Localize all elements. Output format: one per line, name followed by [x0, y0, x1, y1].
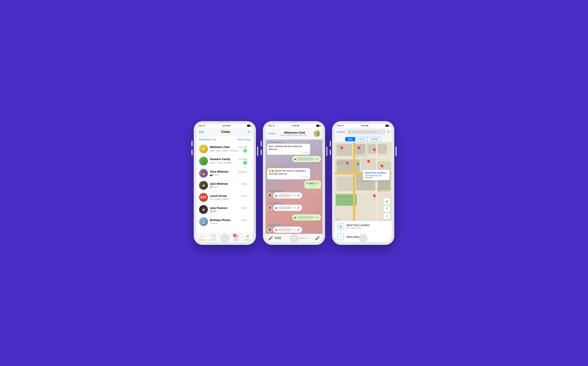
volume-down-button-2[interactable]	[261, 149, 262, 155]
map-legal: Legal	[336, 218, 340, 220]
play-icon[interactable]: ▶	[294, 157, 296, 160]
msg-bubble-francis: 😀😝 Anyone who wants to tag along is more…	[267, 168, 310, 179]
3d-button[interactable]: 3D	[384, 198, 390, 205]
cancel-button[interactable]: Cancel	[337, 130, 345, 133]
map-type-satellite[interactable]: Satellite	[368, 137, 381, 141]
new-group-button[interactable]: New Group	[238, 138, 251, 141]
chats-badge: 2	[233, 234, 236, 237]
jack-voice-time: 11:43 AM	[267, 211, 321, 213]
status-time-2: 11:50 AM	[292, 125, 299, 127]
location-popup-title[interactable]: Send this location	[365, 171, 388, 174]
volume-up-button-3[interactable]	[330, 141, 331, 146]
tab-recents[interactable]: 🕐 Recents	[208, 234, 219, 241]
msg-sender-jack: Jack Whitman	[267, 202, 321, 204]
phone-top-button	[219, 121, 231, 122]
msg-sender-alice: Alice Whitman	[267, 190, 321, 192]
show-places-icon: ↑	[337, 234, 344, 240]
tab-favorites[interactable]: ☆ Favorites	[196, 234, 208, 241]
msg-time-peter: 11:38 AM	[269, 151, 309, 154]
alice-voice-row: 👩 ▶ 0:15 🎤	[267, 192, 321, 198]
star-icon: ☆	[201, 234, 204, 239]
road-v-1	[353, 142, 355, 221]
avatar-whitmans: W	[199, 145, 208, 153]
pin-button[interactable]: 📍	[384, 206, 390, 212]
chat-item-lunch[interactable]: EAT Lunch Group Friday You: Great, thank…	[196, 191, 253, 204]
back-button[interactable]: ‹ Chats	[267, 132, 275, 135]
microphone-icon[interactable]: 🎤	[268, 236, 273, 240]
phone-2: ●●●● ✦ 11:50 AM ‹ Chats Whitmans Chat Al…	[263, 122, 325, 244]
phone-top-button-3	[357, 121, 369, 122]
phone-3: ●●●● ✦ 11:50 AM Cancel 🔍 Search or enter…	[332, 122, 394, 244]
status-battery	[247, 125, 251, 127]
chat-item-birthday[interactable]: 🏖️ Birthday Photos Friday Francis: ›	[196, 216, 253, 228]
message-jack-voice: Jack Whitman 🧔 ▶ 0:32 🎤 11:43 AM	[267, 202, 321, 213]
status-signal-2: ●●●● ✦	[268, 125, 274, 127]
chats-navbar: Edit Chats ✏	[196, 128, 253, 136]
jack-voice-row-2: 🧔 ▶ 0:07 🎤	[267, 227, 321, 233]
chevron-left-icon: ‹	[267, 132, 268, 135]
chevron-icon: ›	[250, 172, 251, 175]
alice-voice-time: 11:42 AM	[267, 199, 321, 201]
chat-time: Friday	[241, 195, 247, 197]
jack-voice-row: 🧔 ▶ 0:32 🎤	[267, 205, 321, 211]
power-button-2[interactable]	[326, 146, 327, 156]
broadcast-lists-button[interactable]: Broadcast Lists	[199, 138, 216, 141]
tab-settings[interactable]: ⚙ Settings	[242, 234, 253, 241]
conversation-subtitle: Alice, Francis, Jack, Peter, Eli,...	[277, 134, 312, 136]
play-icon-jack-2[interactable]: ▶	[276, 228, 278, 231]
signal-icon-3: ●●●●	[337, 125, 341, 127]
map-area[interactable]: Howard St 3rd St Yerba Buena Center for …	[335, 142, 392, 221]
msg-time-francis: 11:39 PM	[269, 176, 309, 178]
home-button-1[interactable]	[221, 234, 229, 243]
power-button[interactable]	[257, 146, 258, 156]
tab-chats[interactable]: 💬 Chats 2	[231, 234, 242, 241]
map-navbar: Cancel 🔍 Search or enter an address ↻	[335, 128, 392, 136]
location-arrow-button[interactable]: ➤	[384, 213, 390, 219]
chat-name: Jane Pearson	[210, 206, 227, 210]
volume-up-button[interactable]	[191, 141, 193, 146]
phone-3-screen: ●●●● ✦ 11:50 AM Cancel 🔍 Search or enter…	[335, 124, 392, 242]
chat-info-whitmans: Whitmans Chat 11:45 AM Ned: Yeah, I thin…	[210, 145, 247, 152]
status-battery-2	[316, 125, 320, 127]
play-icon-out-2[interactable]: ▶	[294, 216, 296, 219]
chat-info-alice: Alice Whitman Yesterday 📷 Photo	[210, 170, 247, 176]
tab-label-favorites: Favorites	[198, 239, 206, 241]
address-search-bar[interactable]: 🔍 Search or enter an address	[347, 129, 386, 135]
map-type-map[interactable]: Map	[345, 137, 355, 141]
message-alice-voice: Alice Whitman 👩 ▶ 0:15 🎤 11:42 AM	[267, 190, 321, 201]
chat-item-jane[interactable]: 👩‍🦱 Jane Pearson Friday 🔥 💬 ›	[196, 204, 253, 216]
map-type-hybrid[interactable]: Hybrid	[355, 137, 368, 141]
power-button-3[interactable]	[395, 146, 397, 156]
jack-voice-2-time: 11:47 AM	[267, 233, 321, 234]
compose-icon[interactable]: ✏	[248, 130, 251, 134]
volume-down-button[interactable]	[191, 149, 193, 155]
conversation-title: Whitmans Chat	[277, 131, 312, 134]
chat-item-jack[interactable]: 🧔 Jack Whitman Friday 🎤 0:07 ›	[196, 179, 253, 191]
chat-info-birthday: Birthday Photos Friday Francis:	[210, 219, 247, 225]
msg-time-emoji: 11:42 AM ✓✓	[306, 185, 319, 187]
chat-name: Birthday Photos	[210, 219, 231, 222]
play-icon-alice[interactable]: ▶	[276, 194, 278, 197]
chat-item-alice[interactable]: 👩 Alice Whitman Yesterday 📷 Photo ›	[196, 167, 253, 179]
map-label-creativity: Children's Creativity Museum	[377, 188, 391, 192]
home-button-2[interactable]	[290, 234, 298, 243]
send-location-action[interactable]: 📡 Send Your Location Accurate to 10m	[335, 221, 392, 232]
jack-avatar-small-2: 🧔	[267, 227, 272, 232]
chat-item-stewarts[interactable]: 🌿 Stewarts Family 11:39 AM Steve: Great,…	[196, 155, 253, 167]
mic-right-icon[interactable]: 🎤	[315, 236, 320, 240]
wifi-icon-2: ✦	[273, 125, 274, 127]
play-icon-jack[interactable]: ▶	[276, 206, 278, 209]
home-button-3[interactable]	[359, 234, 367, 243]
tab-label-recents: Recents	[210, 239, 217, 241]
chat-time: Friday	[241, 183, 247, 185]
phone-1-screen: ●●●● ✦ 11:50 AM Edit Chats ✏ Broadcast L…	[196, 124, 253, 242]
edit-button[interactable]: Edit	[199, 130, 204, 133]
message-out-emoji: ⛵🏄🚣🏖️💬 11:42 AM ✓✓	[267, 181, 321, 189]
volume-up-button-2[interactable]	[261, 141, 262, 146]
avatar-stewarts: 🌿	[199, 157, 208, 166]
refresh-icon[interactable]: ↻	[387, 130, 390, 134]
chat-item-whitmans[interactable]: W Whitmans Chat 11:45 AM Ned: Yeah, I th…	[196, 143, 253, 155]
status-battery-3	[385, 125, 389, 127]
volume-down-button-3[interactable]	[330, 149, 331, 155]
status-time-1: 11:50 AM	[222, 125, 230, 127]
